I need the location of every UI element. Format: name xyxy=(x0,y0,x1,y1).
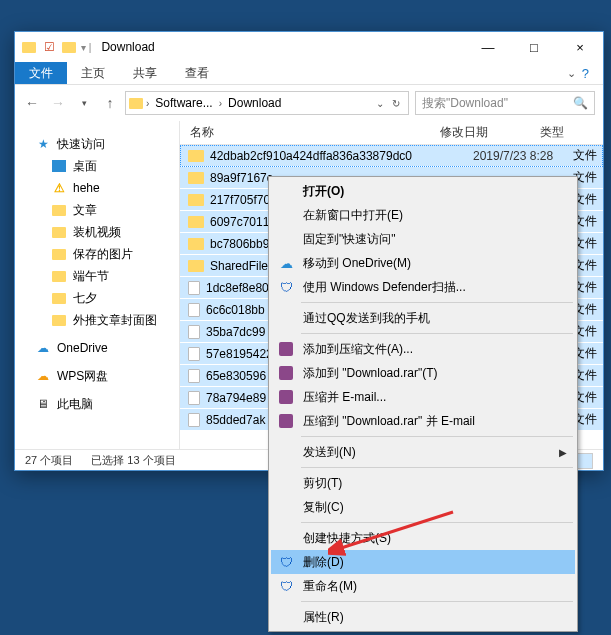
column-date[interactable]: 修改日期 xyxy=(440,124,540,141)
folder-icon xyxy=(188,172,204,184)
ctx-compress-email[interactable]: 压缩并 E-mail... xyxy=(271,385,575,409)
folder-icon xyxy=(51,246,67,262)
checkbox-icon[interactable]: ☑ xyxy=(41,39,57,55)
sidebar-item-zhuangji[interactable]: 装机视频 xyxy=(15,221,179,243)
menu-separator xyxy=(301,436,573,437)
ctx-pin-quick[interactable]: 固定到"快速访问" xyxy=(271,227,575,251)
tab-file[interactable]: 文件 xyxy=(15,62,67,84)
shield-icon: 🛡 xyxy=(277,553,295,571)
folder-icon xyxy=(51,224,67,240)
folder-icon xyxy=(61,39,77,55)
ctx-defender[interactable]: 🛡使用 Windows Defender扫描... xyxy=(271,275,575,299)
ctx-rename[interactable]: 🛡重命名(M) xyxy=(271,574,575,598)
sidebar-quick-access[interactable]: ★快速访问 xyxy=(15,133,179,155)
folder-icon xyxy=(188,150,204,162)
document-icon xyxy=(188,347,200,361)
document-icon xyxy=(188,281,200,295)
sidebar-onedrive[interactable]: ☁OneDrive xyxy=(15,337,179,359)
rar-icon xyxy=(277,364,295,382)
star-icon: ★ xyxy=(35,136,51,152)
sidebar-item-duanwu[interactable]: 端午节 xyxy=(15,265,179,287)
ctx-add-rar[interactable]: 添加到 "Download.rar"(T) xyxy=(271,361,575,385)
tab-view[interactable]: 查看 xyxy=(171,62,223,84)
breadcrumb-segment[interactable]: Download xyxy=(224,96,285,110)
forward-button[interactable]: → xyxy=(49,94,67,112)
window-controls: — □ × xyxy=(465,32,603,62)
chevron-right-icon[interactable]: › xyxy=(144,98,151,109)
nav-arrows: ← → ▾ ↑ xyxy=(23,94,119,112)
ctx-cut[interactable]: 剪切(T) xyxy=(271,471,575,495)
ctx-properties[interactable]: 属性(R) xyxy=(271,605,575,629)
folder-icon xyxy=(188,216,204,228)
folder-icon xyxy=(188,194,204,206)
document-icon xyxy=(188,391,200,405)
window-title: Download xyxy=(101,40,154,54)
ctx-copy[interactable]: 复制(C) xyxy=(271,495,575,519)
ctx-open[interactable]: 打开(O) xyxy=(271,179,575,203)
tab-home[interactable]: 主页 xyxy=(67,62,119,84)
shield-icon: 🛡 xyxy=(277,278,295,296)
tab-share[interactable]: 共享 xyxy=(119,62,171,84)
maximize-button[interactable]: □ xyxy=(511,32,557,62)
document-icon xyxy=(188,303,200,317)
folder-icon xyxy=(51,290,67,306)
search-input[interactable]: 搜索"Download" 🔍 xyxy=(415,91,595,115)
ctx-add-archive[interactable]: 添加到压缩文件(A)... xyxy=(271,337,575,361)
ctx-create-shortcut[interactable]: 创建快捷方式(S) xyxy=(271,526,575,550)
ribbon-help: ⌄ ? xyxy=(553,62,603,84)
sidebar-item-saved-pics[interactable]: 保存的图片 xyxy=(15,243,179,265)
ctx-delete[interactable]: 🛡删除(D) xyxy=(271,550,575,574)
navigation-pane: ★快速访问 桌面 ⚠hehe 文章 装机视频 保存的图片 端午节 七夕 外推文章… xyxy=(15,121,180,449)
ctx-open-new-window[interactable]: 在新窗口中打开(E) xyxy=(271,203,575,227)
quick-access-toolbar: ☑ ▾ | xyxy=(15,39,91,55)
rar-icon xyxy=(277,340,295,358)
shield-icon: 🛡 xyxy=(277,577,295,595)
help-icon[interactable]: ? xyxy=(582,66,589,81)
ctx-onedrive[interactable]: ☁移动到 OneDrive(M) xyxy=(271,251,575,275)
item-count: 27 个项目 xyxy=(25,453,73,468)
sidebar-item-waitu[interactable]: 外推文章封面图 xyxy=(15,309,179,331)
sidebar-wps[interactable]: ☁WPS网盘 xyxy=(15,365,179,387)
minimize-button[interactable]: — xyxy=(465,32,511,62)
folder-icon xyxy=(128,95,144,111)
ctx-qq-send[interactable]: 通过QQ发送到我的手机 xyxy=(271,306,575,330)
address-bar: ← → ▾ ↑ › Software... › Download ⌄ ↻ 搜索"… xyxy=(15,85,603,121)
breadcrumb-segment[interactable]: Software... xyxy=(151,96,216,110)
titlebar[interactable]: ☑ ▾ | Download — □ × xyxy=(15,32,603,62)
refresh-icon[interactable]: ↻ xyxy=(390,98,402,109)
ctx-compress-rar-email[interactable]: 压缩到 "Download.rar" 并 E-mail xyxy=(271,409,575,433)
dropdown-icon[interactable]: ⌄ xyxy=(374,98,386,109)
sidebar-item-qixi[interactable]: 七夕 xyxy=(15,287,179,309)
breadcrumb[interactable]: › Software... › Download ⌄ ↻ xyxy=(125,91,409,115)
expand-ribbon-icon[interactable]: ⌄ xyxy=(567,67,576,80)
document-icon xyxy=(188,369,200,383)
column-type[interactable]: 类型 xyxy=(540,124,603,141)
sidebar-item-hehe[interactable]: ⚠hehe xyxy=(15,177,179,199)
file-name: 42dbab2cf910a424dffa836a33879dc0 xyxy=(210,149,473,163)
rar-icon xyxy=(277,412,295,430)
sidebar-item-wenzhang[interactable]: 文章 xyxy=(15,199,179,221)
column-headers[interactable]: 名称 修改日期 类型 xyxy=(180,121,603,145)
file-row[interactable]: 42dbab2cf910a424dffa836a33879dc02019/7/2… xyxy=(180,145,603,167)
ctx-send-to[interactable]: 发送到(N)▶ xyxy=(271,440,575,464)
sidebar-this-pc[interactable]: 🖥此电脑 xyxy=(15,393,179,415)
selected-count: 已选择 13 个项目 xyxy=(91,453,175,468)
close-button[interactable]: × xyxy=(557,32,603,62)
menu-separator xyxy=(301,302,573,303)
search-icon: 🔍 xyxy=(573,96,588,110)
desktop-icon xyxy=(51,158,67,174)
back-button[interactable]: ← xyxy=(23,94,41,112)
file-type: 文件 xyxy=(573,147,603,164)
warning-icon: ⚠ xyxy=(51,180,67,196)
chevron-right-icon[interactable]: › xyxy=(217,98,224,109)
up-button[interactable]: ↑ xyxy=(101,94,119,112)
pc-icon: 🖥 xyxy=(35,396,51,412)
document-icon xyxy=(188,413,200,427)
menu-separator xyxy=(301,333,573,334)
recent-dropdown[interactable]: ▾ xyxy=(75,94,93,112)
column-name[interactable]: 名称 xyxy=(180,124,440,141)
file-date: 2019/7/23 8:28 xyxy=(473,149,573,163)
qat-divider: ▾ | xyxy=(81,42,91,53)
folder-icon xyxy=(21,39,37,55)
sidebar-item-desktop[interactable]: 桌面 xyxy=(15,155,179,177)
